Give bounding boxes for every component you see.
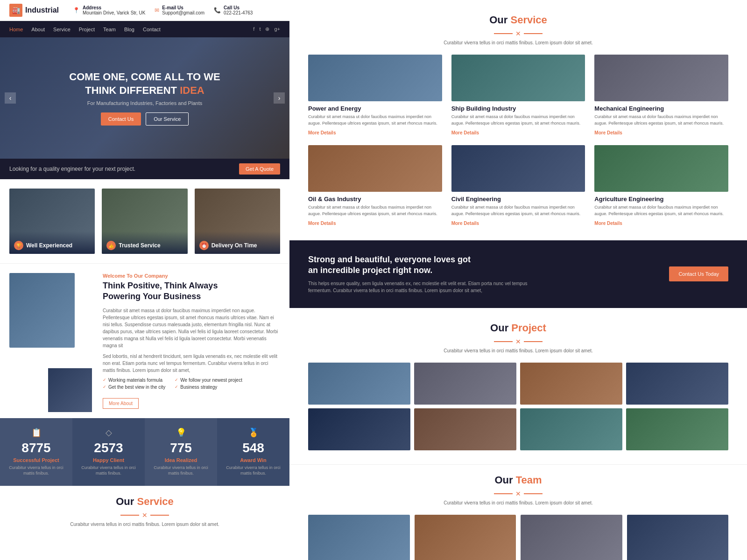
stat-number-3: 548 [224,441,282,455]
service-title: Our Service [308,14,728,26]
service-card-image-1 [451,55,585,101]
feature-label-0: 🏆 Well Experienced [9,231,95,254]
quote-bar-text: Looking for a quality engineer for your … [9,166,135,172]
project-section: Our Project ✕ Curabitur viverra tellus i… [289,308,747,464]
check-item-2: ✓We follow your newest project [175,378,242,383]
service-card-2: Mechanical Engineering Curabitur sit ame… [594,55,728,136]
site-header: 🏭 Industrial 📍 Address Mountain Drive, V… [0,0,289,21]
feature-card-0: 🏆 Well Experienced [9,189,95,254]
nav-contact[interactable]: Contact [143,27,161,32]
email-info: ✉ E-mail Us Support@gmail.com [155,5,204,15]
service-card-3: Oil & Gas Industry Curabitur sit amet ma… [308,145,442,226]
check-item-0: ✓Working materials formula [103,378,165,383]
project-image-2[interactable] [520,363,622,405]
divider-line-left [120,515,139,516]
project-image-6[interactable] [520,408,622,450]
service-card-5: Agriculture Engineering Curabitur sit am… [594,145,728,226]
nav-blog[interactable]: Blog [124,27,134,32]
stat-item-1: ◇ 2573 Happy Client Curabitur viverra te… [72,418,145,486]
team-card-3 [627,515,729,560]
nav-about[interactable]: About [31,27,45,32]
service-card-link-5[interactable]: More Details [594,221,622,226]
twitter-icon[interactable]: t [259,26,261,32]
team-section: Our Team ✕ Curabitur viverra tellus in o… [289,464,747,560]
rss-icon[interactable]: ⊕ [265,26,269,32]
about-content: Welcome To Our Company Think Positive, T… [103,273,280,409]
project-image-1[interactable] [414,363,516,405]
nav-service[interactable]: Service [53,27,70,32]
service-card-link-0[interactable]: More Details [308,130,336,135]
cta-text: Strong and beautiful, everyone loves got… [308,254,542,294]
service-card-title-2: Mechanical Engineering [594,105,728,112]
project-image-3[interactable] [626,363,728,405]
service-desc: Curabitur viverra tellus in orci mattis … [308,40,728,45]
call-label: Call Us [224,5,253,10]
project-image-0[interactable] [308,363,410,405]
feature-icon-1: 👍 [106,241,116,250]
logo-icon: 🏭 [9,4,22,17]
project-image-7[interactable] [626,408,728,450]
team-grid [308,515,728,560]
project-image-5[interactable] [414,408,516,450]
facebook-icon[interactable]: f [253,26,254,32]
service-divider-icon: ✕ [515,30,521,37]
logo-text: Industrial [25,6,59,14]
hero-subtitle: For Manufacturing Industries, Factories … [69,100,220,106]
stat-label-1: Happy Client [79,457,138,463]
team-card-2 [521,515,622,560]
page-wrapper: 🏭 Industrial 📍 Address Mountain Drive, V… [0,0,747,560]
more-about-button[interactable]: More About [103,398,139,409]
check-icon-2: ✓ [175,378,178,382]
project-image-4[interactable] [308,408,410,450]
hero-next-arrow[interactable]: › [274,92,285,104]
service-card-image-3 [308,145,442,192]
project-desc: Curabitur viverra tellus in orci mattis … [308,348,728,353]
quote-bar: Looking for a quality engineer for your … [0,159,289,179]
nav-team[interactable]: Team [103,27,116,32]
service-card-text-3: Curabitur sit amet massa ut dolor faucib… [308,204,442,217]
service-bottom-title: Our Service [9,496,280,508]
team-title: Our Team [308,474,728,486]
service-card-link-4[interactable]: More Details [451,221,479,226]
check-icon-3: ✓ [175,385,178,389]
stat-number-0: 8775 [7,441,65,455]
nav-project[interactable]: Project [79,27,95,32]
cta-button[interactable]: Contact Us Today [669,266,728,281]
service-card-link-1[interactable]: More Details [451,130,479,135]
cta-title: Strong and beautiful, everyone loves got… [308,254,542,276]
service-card-image-2 [594,55,728,101]
stat-label-3: Award Win [224,457,282,463]
checklist-col-2: ✓We follow your newest project ✓Business… [175,378,242,390]
about-title: Think Positive, Think AlwaysPowering You… [103,280,280,302]
left-panel: 🏭 Industrial 📍 Address Mountain Drive, V… [0,0,289,546]
contact-us-button[interactable]: Contact Us [101,112,141,126]
googleplus-icon[interactable]: g+ [274,26,280,32]
nav-home[interactable]: Home [9,27,23,32]
project-divider-right [524,341,543,342]
about-text2: Sed lobortis, nisl at hendrerit tincidun… [103,353,280,374]
get-quote-button[interactable]: Get A Quote [239,163,280,175]
logo[interactable]: 🏭 Industrial [9,4,59,17]
phone-icon: 📞 [214,7,221,14]
divider-icon: ✕ [142,511,148,519]
about-section: Welcome To Our Company Think Positive, T… [0,263,289,418]
service-card-link-2[interactable]: More Details [594,130,622,135]
our-service-button[interactable]: Our Service [146,112,189,126]
service-card-title-3: Oil & Gas Industry [308,196,442,203]
hero-buttons: Contact Us Our Service [69,112,220,126]
stat-icon-3: 🏅 [224,427,282,438]
stat-icon-1: ◇ [79,427,138,438]
cta-desc: This helps ensure quality, sem ligula ve… [308,280,542,294]
our-service-bottom: Our Service ✕ Curabitur viverra tellus i… [0,486,289,546]
team-card-0 [308,515,410,560]
service-card-link-3[interactable]: More Details [308,221,336,226]
stat-icon-0: 📋 [7,427,65,438]
hero-section: ‹ COME ONE, COME ALL TO WE THINK DIFFERE… [0,37,289,159]
feature-card-2: ⏰ Delivery On Time [195,189,280,254]
project-title: Our Project [308,322,728,334]
team-divider-left [494,493,513,494]
hero-prev-arrow[interactable]: ‹ [5,92,16,104]
service-section: Our Service ✕ Curabitur viverra tellus i… [289,0,747,240]
project-divider-left [494,341,513,342]
feature-card-1: 👍 Trusted Service [102,189,187,254]
